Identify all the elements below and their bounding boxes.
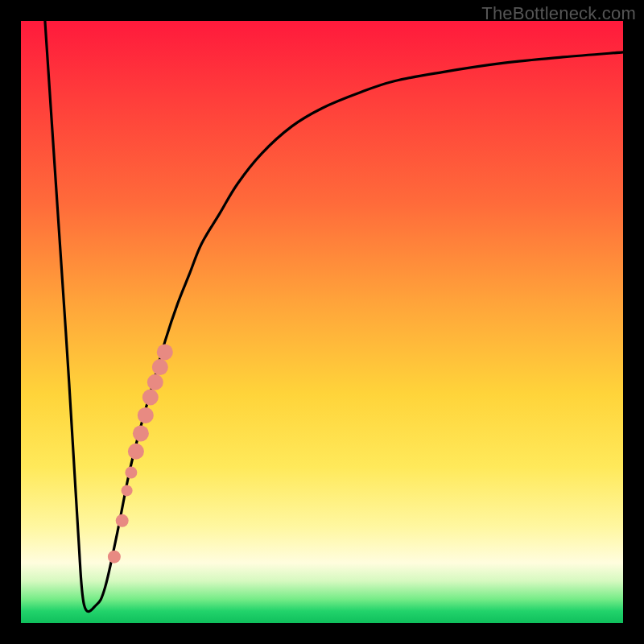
bottleneck-curve <box>45 21 623 612</box>
chart-svg <box>21 21 623 623</box>
marker-dot <box>152 359 168 375</box>
marker-dot <box>133 425 149 441</box>
marker-dot <box>157 344 173 360</box>
chart-frame: TheBottleneck.com <box>0 0 644 644</box>
marker-dot <box>138 407 154 423</box>
marker-dot <box>108 551 121 564</box>
marker-dot <box>128 444 144 460</box>
marker-dot <box>122 485 133 496</box>
plot-area <box>21 21 623 623</box>
marker-dot <box>142 390 159 406</box>
marker-dot <box>125 467 137 479</box>
marker-dot <box>116 514 129 527</box>
marker-dot <box>147 374 163 390</box>
